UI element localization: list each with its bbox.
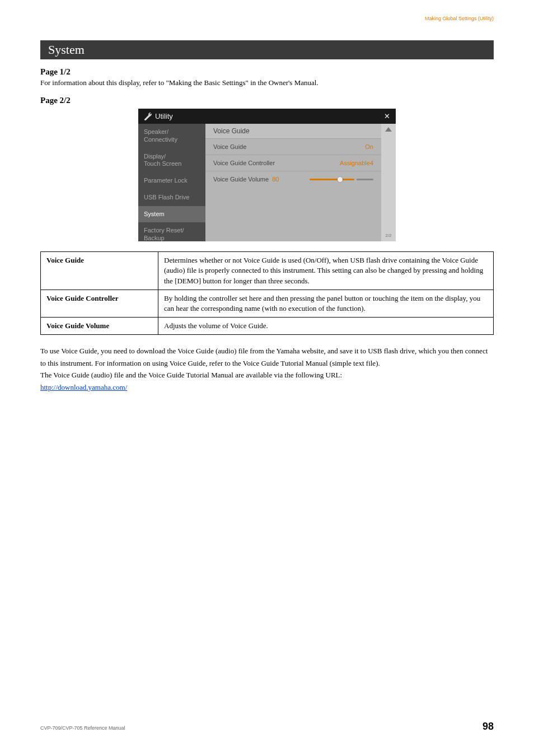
row-voice-guide-volume[interactable]: Voice Guide Volume 80: [205, 171, 381, 187]
body-paragraph-2: The Voice Guide (audio) file and the Voi…: [40, 369, 494, 393]
row-label: Voice Guide Volume: [213, 176, 269, 183]
sidebar-item-display[interactable]: Display/ Touch Screen: [138, 148, 205, 173]
page1-heading: Page 1/2: [40, 67, 494, 77]
table-row: Voice Guide Determines whether or not Vo…: [41, 252, 494, 290]
row-label: Voice Guide Controller: [213, 160, 275, 166]
utility-screenshot: Utility ✕ Speaker/ Connectivity Display/…: [138, 109, 396, 241]
table-row: Voice Guide Volume Adjusts the volume of…: [41, 318, 494, 335]
utility-sidebar: Speaker/ Connectivity Display/ Touch Scr…: [138, 124, 205, 241]
scroll-up-icon[interactable]: [385, 127, 392, 132]
sidebar-item-system[interactable]: System: [138, 206, 205, 223]
footer-manual-title: CVP-709/CVP-705 Reference Manual: [40, 725, 125, 731]
row-voice-guide-controller[interactable]: Voice Guide Controller Assignable4: [205, 155, 381, 171]
def-label: Voice Guide: [41, 252, 158, 290]
row-value: Assignable4: [340, 160, 373, 166]
row-voice-guide[interactable]: Voice Guide On: [205, 138, 381, 155]
body-paragraph-1: To use Voice Guide, you need to download…: [40, 345, 494, 369]
section-title-system: System: [40, 40, 494, 59]
page2-heading: Page 2/2: [40, 96, 494, 105]
page-scroll[interactable]: 2/2: [381, 124, 396, 241]
sidebar-item-parameter-lock[interactable]: Parameter Lock: [138, 172, 205, 189]
row-value: On: [365, 143, 373, 150]
def-label: Voice Guide Volume: [41, 318, 158, 335]
sidebar-item-factory-reset[interactable]: Factory Reset/ Backup: [138, 222, 205, 247]
def-desc: By holding the controller set here and t…: [158, 290, 494, 317]
body-paragraph-2-text: The Voice Guide (audio) file and the Voi…: [40, 371, 342, 379]
def-desc: Adjusts the volume of Voice Guide.: [158, 318, 494, 335]
voice-guide-section-label: Voice Guide: [205, 124, 381, 138]
utility-title: Utility: [155, 112, 173, 120]
sidebar-item-speaker[interactable]: Speaker/ Connectivity: [138, 124, 205, 148]
def-desc: Determines whether or not Voice Guide is…: [158, 252, 494, 290]
wrench-icon: [144, 113, 152, 120]
sidebar-item-usb[interactable]: USB Flash Drive: [138, 189, 205, 206]
breadcrumb-label: Making Global Settings (Utility): [40, 16, 494, 21]
row-label: Voice Guide: [213, 143, 246, 150]
def-label: Voice Guide Controller: [41, 290, 158, 317]
close-icon[interactable]: ✕: [384, 112, 390, 120]
table-row: Voice Guide Controller By holding the co…: [41, 290, 494, 317]
page-indicator: 2/2: [385, 233, 391, 238]
footer-page-number: 98: [483, 721, 494, 732]
page1-text: For information about this display, refe…: [40, 78, 494, 88]
volume-slider[interactable]: [310, 179, 373, 180]
row-value-num: 80: [272, 176, 279, 183]
definitions-table: Voice Guide Determines whether or not Vo…: [40, 251, 494, 335]
download-link[interactable]: http://download.yamaha.com/: [40, 383, 127, 391]
utility-main-panel: Voice Guide Voice Guide On Voice Guide C…: [205, 124, 381, 241]
